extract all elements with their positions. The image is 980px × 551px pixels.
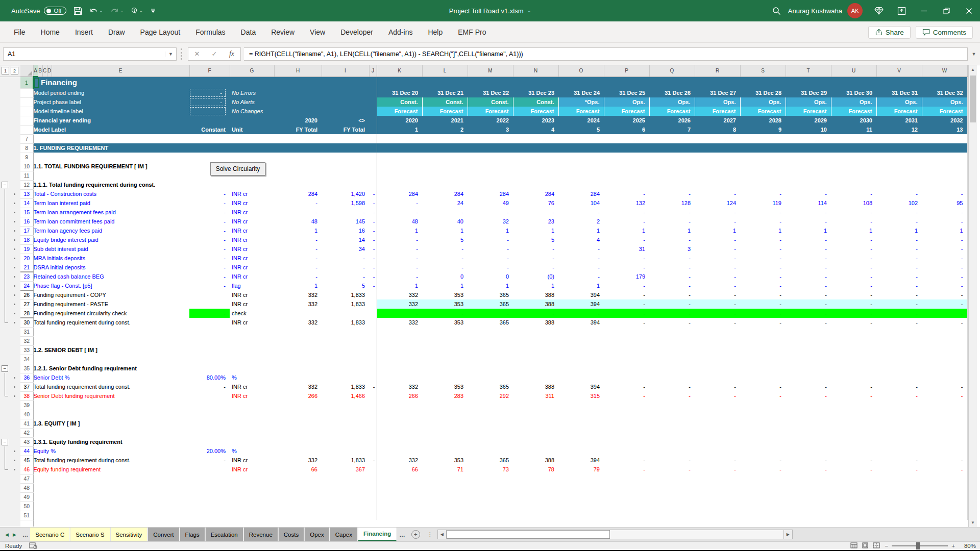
grid-cell[interactable]: 2024 (558, 116, 604, 125)
row-number-11[interactable]: 11 (20, 171, 33, 180)
sheet-tab-scenario-s[interactable]: Scenario S (70, 528, 110, 541)
grid-cell[interactable]: - (649, 318, 695, 327)
grid-cell[interactable]: - (189, 88, 230, 97)
grid-cell[interactable]: 1 (558, 281, 604, 290)
grid-cell[interactable]: - (422, 309, 468, 318)
column-header-F[interactable]: F (189, 65, 230, 77)
grid-cell[interactable]: - (649, 309, 695, 318)
grid-cell[interactable] (322, 143, 369, 153)
grid-cell[interactable] (274, 345, 322, 355)
grid-cell[interactable]: - (831, 382, 876, 391)
grid-cell[interactable] (922, 419, 967, 428)
grid-cell[interactable]: 14 (322, 235, 369, 244)
grid-cell[interactable] (876, 483, 922, 492)
grid-cell[interactable] (422, 134, 468, 143)
grid-cell[interactable] (558, 446, 604, 456)
grid-cell[interactable] (649, 364, 695, 373)
grid-cell[interactable]: 332 (377, 456, 422, 465)
grid-cell[interactable]: 1 (695, 226, 740, 235)
grid-cell[interactable] (740, 410, 786, 419)
row-label[interactable]: Funding requirement - PASTE (33, 299, 189, 309)
grid-cell[interactable] (740, 511, 786, 520)
grid-cell[interactable]: - (740, 254, 786, 263)
check-cell[interactable]: - (189, 309, 230, 318)
grid-cell[interactable]: 2028 (740, 116, 786, 125)
name-box[interactable]: A1 ▼ (3, 47, 177, 61)
grid-cell[interactable] (189, 77, 230, 88)
grid-cell[interactable]: INR cr (230, 456, 274, 465)
grid-cell[interactable] (558, 428, 604, 437)
column-header-D[interactable]: D (47, 65, 52, 77)
grid-cell[interactable] (468, 355, 513, 364)
grid-cell[interactable] (831, 327, 876, 336)
grid-cell[interactable]: - (604, 299, 649, 309)
grid-cell[interactable] (377, 143, 422, 153)
grid-cell[interactable]: - (876, 309, 922, 318)
grid-cell[interactable] (322, 410, 369, 419)
grid-cell[interactable] (274, 355, 322, 364)
grid-cell[interactable]: - (422, 254, 468, 263)
grid-cell[interactable]: 283 (422, 391, 468, 400)
grid-cell[interactable] (274, 134, 322, 143)
row-number-10[interactable]: 10 (20, 162, 33, 171)
grid-cell[interactable] (876, 134, 922, 143)
grid-cell[interactable]: - (922, 382, 967, 391)
grid-cell[interactable]: - (649, 254, 695, 263)
grid-cell[interactable]: - (604, 263, 649, 272)
column-header-P[interactable]: P (604, 65, 649, 77)
grid-cell[interactable]: Ops. (604, 97, 649, 107)
grid-cell[interactable]: 2030 (831, 116, 876, 125)
grid-cell[interactable] (369, 88, 377, 97)
row-label[interactable] (33, 400, 189, 410)
grid-cell[interactable] (922, 134, 967, 143)
grid-cell[interactable] (274, 327, 322, 336)
grid-cell[interactable]: 119 (740, 198, 786, 208)
sheet-tab-opex[interactable]: Opex (305, 528, 330, 541)
grid-cell[interactable] (649, 410, 695, 419)
grid-cell[interactable] (558, 134, 604, 143)
grid-cell[interactable]: 6 (604, 125, 649, 134)
grid-cell[interactable]: 5 (558, 125, 604, 134)
grid-cell[interactable] (230, 180, 274, 189)
grid-cell[interactable] (649, 502, 695, 511)
grid-cell[interactable]: - (604, 318, 649, 327)
grid-cell[interactable] (876, 336, 922, 345)
grid-cell[interactable]: Forecast (740, 107, 786, 116)
grid-cell[interactable]: 284 (422, 189, 468, 198)
grid-cell[interactable]: - (695, 299, 740, 309)
grid-cell[interactable] (695, 327, 740, 336)
grid-cell[interactable]: - (513, 309, 558, 318)
grid-cell[interactable]: 284 (377, 189, 422, 198)
grid-cell[interactable] (468, 492, 513, 502)
grid-cell[interactable] (695, 419, 740, 428)
grid-cell[interactable] (695, 428, 740, 437)
grid-cell[interactable] (230, 336, 274, 345)
grid-cell[interactable] (831, 364, 876, 373)
grid-cell[interactable]: - (695, 281, 740, 290)
grid-cell[interactable]: 1 (274, 281, 322, 290)
grid-cell[interactable] (786, 446, 831, 456)
grid-cell[interactable] (876, 492, 922, 502)
row-label[interactable] (33, 153, 189, 162)
grid-cell[interactable] (604, 474, 649, 483)
row-label[interactable]: MRA initials deposits (33, 254, 189, 263)
row-label[interactable]: Model period ending (33, 88, 189, 97)
row-number-33[interactable]: 33 (20, 345, 33, 355)
outline-level-1-button[interactable]: 1 (2, 67, 9, 74)
grid-cell[interactable] (513, 446, 558, 456)
ribbon-tab-file[interactable]: File (7, 25, 32, 39)
grid-cell[interactable] (558, 171, 604, 180)
grid-cell[interactable] (422, 373, 468, 382)
grid-cell[interactable] (922, 400, 967, 410)
ribbon-tab-view[interactable]: View (303, 25, 332, 39)
grid-cell[interactable] (922, 153, 967, 162)
grid-cell[interactable]: - (695, 263, 740, 272)
grid-cell[interactable] (604, 373, 649, 382)
grid-cell[interactable] (786, 77, 831, 88)
grid-cell[interactable]: 31 Dec 24 (558, 88, 604, 97)
grid-cell[interactable]: 1 (377, 125, 422, 134)
ribbon-tab-home[interactable]: Home (34, 25, 66, 39)
row-number-42[interactable]: 42 (20, 428, 33, 437)
grid-cell[interactable]: - (831, 318, 876, 327)
insert-function-icon[interactable]: fx (223, 50, 240, 58)
